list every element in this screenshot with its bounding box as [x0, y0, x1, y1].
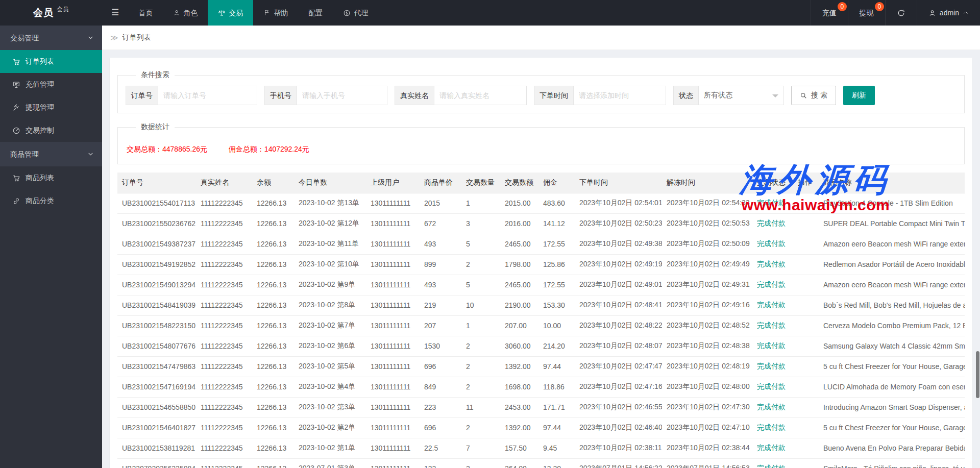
cell-status: 完成付款 [752, 397, 793, 417]
menu-collapse-icon[interactable]: ☰ [102, 0, 128, 26]
gavel-icon [12, 104, 20, 112]
cell-quantity: 2 [461, 254, 500, 275]
cell-balance: 12266.13 [252, 295, 294, 315]
cell-commission: 125.86 [538, 254, 575, 275]
cell-order-no: UB2310021549387237 [117, 234, 196, 254]
table-row[interactable]: UB2310021546558850 11112222345 12266.13 … [117, 397, 965, 417]
recharge-button[interactable]: 充值 0 [811, 0, 848, 26]
orders-table-container: 订单号真实姓名余额今日单数上级用户商品单价交易数量交易数额佣金下单时间解冻时间交… [117, 173, 965, 468]
user-menu[interactable]: admin [917, 0, 980, 26]
cell-product-name: Redlemon Asador Portátil de Acero Inoxid… [819, 254, 965, 275]
sidebar-group-product-management[interactable]: 商品管理 [0, 142, 102, 166]
nav-label: 角色 [183, 0, 198, 26]
sidebar-item-product-category[interactable]: 商品分类 [0, 189, 102, 212]
cell-unit-price: 696 [420, 417, 461, 438]
table-row[interactable]: UB2310021549013294 11112222345 12266.13 … [117, 275, 965, 295]
sidebar-group-trade-management[interactable]: 交易管理 [0, 26, 102, 50]
cell-order-time: 2023年07月01日 14:56:22 [575, 458, 662, 468]
table-row[interactable]: UB2310021548223150 11112222345 12266.13 … [117, 315, 965, 336]
cell-real-name: 11112222345 [196, 458, 252, 468]
cell-product-name: Amazon eero Beacon mesh WiFi range exten… [819, 275, 965, 295]
cell-order-no: UB2310021554017113 [117, 193, 196, 213]
cell-unfreeze-time: 2023年10月02日 02:48:38 [662, 336, 752, 356]
table-row[interactable]: UB2310021546401827 11112222345 12266.13 … [117, 417, 965, 438]
sidebar-item-label: 充值管理 [26, 80, 54, 89]
status-select[interactable]: 所有状态 [698, 86, 784, 105]
sidebar-item-withdraw-management[interactable]: 提现管理 [0, 96, 102, 119]
cell-order-time: 2023年10月02日 02:49:19 [575, 254, 662, 275]
cell-status: 完成付款 [752, 356, 793, 377]
column-header: 下单时间 [575, 173, 662, 193]
cell-parent-user: 13011111111 [366, 397, 420, 417]
search-icon [800, 92, 807, 100]
search-button[interactable]: 搜 索 [791, 86, 836, 105]
order-no-input[interactable] [158, 86, 257, 105]
real-name-input[interactable] [434, 86, 527, 105]
table-row[interactable]: UB2310021548419039 11112222345 12266.13 … [117, 295, 965, 315]
cart-icon [12, 174, 20, 182]
table-row[interactable]: UB2310021549387237 11112222345 12266.13 … [117, 234, 965, 254]
cell-status: 完成付款 [752, 377, 793, 397]
vertical-scrollbar-thumb[interactable] [976, 351, 979, 398]
cell-balance: 12266.13 [252, 234, 294, 254]
cell-parent-user: 13011111111 [366, 336, 420, 356]
cell-order-no: UB2310021538119281 [117, 438, 196, 458]
table-row[interactable]: UB2310021549192852 11112222345 12266.13 … [117, 254, 965, 275]
cell-unfreeze-time: 2023年10月02日 02:48:00 [662, 377, 752, 397]
table-row[interactable]: UB2310021538119281 11112222345 12266.13 … [117, 438, 965, 458]
phone-input[interactable] [297, 86, 387, 105]
cell-product-name: SmileMore - Té Piñalim con piña, linaza,… [819, 458, 965, 468]
recharge-label: 充值 [822, 0, 837, 26]
cell-parent-user: 13011111111 [366, 438, 420, 458]
cell-product-name: SUPER DEAL Portable Compact Mini Twin Tu… [819, 213, 965, 234]
table-row[interactable]: UB2310021547479863 11112222345 12266.13 … [117, 356, 965, 377]
cell-unit-price: 493 [420, 275, 461, 295]
cell-status: 完成付款 [752, 336, 793, 356]
cell-today-count: 2023-10-02 第3单 [294, 397, 366, 417]
cell-real-name: 11112222345 [196, 193, 252, 213]
refresh-button[interactable]: 刷新 [843, 86, 875, 105]
table-row[interactable]: UB2307020356225084 11112222345 12266.13 … [117, 458, 965, 468]
column-header: 商品单价 [420, 173, 461, 193]
column-header: 上级用户 [366, 173, 420, 193]
cell-status: 完成付款 [752, 417, 793, 438]
nav-item-home[interactable]: 首页 [128, 0, 163, 26]
topbar: 会员 会员 ☰ 首页 角色 交易 帮助 配置 代理 充值 0 [0, 0, 980, 26]
cell-order-no: UB2310021548077676 [117, 336, 196, 356]
nav-item-help[interactable]: 帮助 [253, 0, 298, 26]
sidebar-group-label: 商品管理 [10, 150, 39, 158]
cell-quantity: 3 [461, 213, 500, 234]
cell-unit-price: 696 [420, 356, 461, 377]
select-arrow-icon [772, 94, 778, 101]
cell-real-name: 11112222345 [196, 295, 252, 315]
cell-commission: 97.44 [538, 356, 575, 377]
cell-amount: 1392.00 [500, 417, 538, 438]
table-row[interactable]: UB2310021550236762 11112222345 12266.13 … [117, 213, 965, 234]
main-content: ≫ 订单列表 条件搜索 订单号 手机号 真实姓名 下单时间 [102, 26, 980, 468]
table-row[interactable]: UB2310021548077676 11112222345 12266.13 … [117, 336, 965, 356]
table-row[interactable]: UB2310021547169194 11112222345 12266.13 … [117, 377, 965, 397]
nav-item-agent[interactable]: 代理 [333, 0, 378, 26]
search-panel-legend: 条件搜索 [136, 70, 175, 80]
order-time-label: 下单时间 [534, 86, 573, 105]
sidebar-item-trade-control[interactable]: 交易控制 [0, 119, 102, 142]
cell-unit-price: 22.5 [420, 438, 461, 458]
cell-quantity: 2 [461, 458, 500, 468]
nav-item-trade[interactable]: 交易 [208, 0, 253, 26]
orders-table-body: UB2310021554017113 11112222345 12266.13 … [117, 193, 965, 468]
cell-today-count: 2023-10-02 第6单 [294, 336, 366, 356]
nav-item-roles[interactable]: 角色 [163, 0, 208, 26]
nav-item-config[interactable]: 配置 [298, 0, 333, 26]
total-amount-stat: 交易总额：4478865.26元 [127, 145, 207, 153]
sidebar-item-product-list[interactable]: 商品列表 [0, 166, 102, 189]
column-header: 真实姓名 [196, 173, 252, 193]
refresh-page-button[interactable] [885, 0, 917, 26]
table-row[interactable]: UB2310021554017113 11112222345 12266.13 … [117, 193, 965, 213]
sidebar-item-label: 交易控制 [26, 126, 54, 135]
sidebar-item-order-list[interactable]: 订单列表 [0, 50, 102, 73]
sidebar-item-recharge-management[interactable]: 充值管理 [0, 73, 102, 96]
column-header: 佣金 [538, 173, 575, 193]
order-time-input[interactable] [573, 86, 666, 105]
withdraw-button[interactable]: 提现 0 [848, 0, 885, 26]
cell-balance: 12266.13 [252, 397, 294, 417]
